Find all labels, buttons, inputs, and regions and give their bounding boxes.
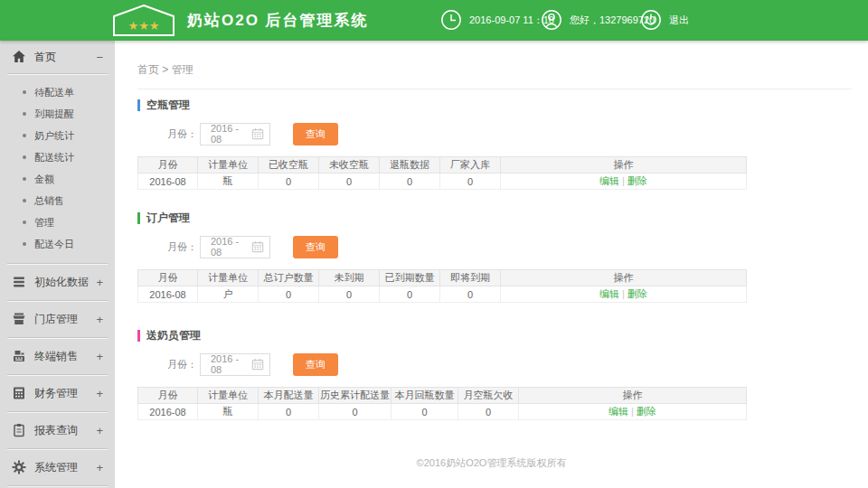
table-row: 2016-08 户 0 0 0 0 编辑|删除: [138, 286, 747, 303]
col-header: 月空瓶欠收: [458, 388, 519, 404]
section-title: 空瓶管理: [137, 98, 868, 113]
cell-value: 0: [440, 286, 501, 303]
month-picker-input[interactable]: 2016 - 08: [200, 353, 270, 376]
home-submenu: 待配送单 到期提醒 奶户统计 配送统计 金额 总销售 管理 配送今日: [0, 74, 115, 263]
finance-calculator-icon: [12, 386, 26, 400]
actions-cell: 编辑|删除: [519, 404, 747, 420]
section-title: 订户管理: [137, 211, 868, 226]
table-row: 2016-08 瓶 0 0 0 0 编辑|删除: [138, 174, 747, 190]
col-header: 本月回瓶数量: [392, 388, 458, 404]
link-separator: |: [631, 406, 634, 417]
cell-value: 0: [319, 286, 380, 303]
table-header-row: 月份 计量单位 本月配送量 历史累计配送量 本月回瓶数量 月空瓶欠收 操作: [138, 388, 747, 404]
edit-link[interactable]: 编辑: [609, 406, 628, 417]
sidebar-item-home[interactable]: 首页 −: [0, 41, 115, 73]
copyright-text: ©2016奶站O2O管理系统版权所有: [115, 456, 868, 470]
section-title-text: 空瓶管理: [146, 98, 190, 113]
col-header: 历史累计配送量: [319, 388, 392, 404]
col-header: 本月配送量: [259, 388, 319, 404]
delete-link[interactable]: 删除: [627, 175, 647, 186]
collapse-minus-icon[interactable]: −: [96, 51, 103, 64]
sidebar-item-finance-management[interactable]: 财务管理 +: [0, 375, 115, 411]
sidebar-group-label: 门店管理: [34, 312, 78, 327]
search-button[interactable]: 查询: [293, 236, 338, 258]
cell-value: 0: [440, 174, 501, 190]
sidebar-item-expiry-reminder[interactable]: 到期提醒: [0, 103, 115, 125]
table-header-row: 月份 计量单位 已收空瓶 未收空瓶 退瓶数据 厂家入库 操作: [138, 157, 747, 174]
expand-plus-icon[interactable]: +: [96, 387, 103, 400]
sidebar-item-total-sales[interactable]: 总销售: [0, 190, 115, 211]
sidebar-item-system-management[interactable]: 系统管理 +: [0, 449, 115, 485]
sidebar-item-delivery-stats[interactable]: 配送统计: [0, 146, 115, 168]
edit-link[interactable]: 编辑: [599, 288, 619, 299]
actions-cell: 编辑|删除: [501, 174, 747, 190]
delete-link[interactable]: 删除: [637, 406, 656, 417]
search-button[interactable]: 查询: [293, 123, 338, 145]
sidebar-subitem-label: 总销售: [34, 194, 64, 208]
sidebar-item-init-data[interactable]: 初始化数据 +: [0, 264, 115, 300]
section-title-text: 送奶员管理: [146, 328, 201, 343]
sidebar-item-pending-delivery[interactable]: 待配送单: [0, 81, 115, 103]
bullet-icon: [23, 112, 26, 116]
sidebar-subitem-label: 配送今日: [34, 238, 74, 251]
cell-unit: 户: [198, 286, 259, 303]
calendar-icon[interactable]: [251, 127, 264, 140]
month-picker-input[interactable]: 2016 - 08: [200, 236, 270, 258]
home-icon: [12, 50, 26, 64]
bullet-icon: [23, 134, 26, 137]
cell-value: 0: [458, 404, 519, 420]
calendar-icon[interactable]: [251, 240, 264, 253]
col-header: 月份: [138, 270, 198, 286]
month-picker-input[interactable]: 2016 - 08: [200, 123, 270, 145]
cell-value: 0: [380, 174, 440, 190]
logout-label: 退出: [669, 14, 689, 27]
calendar-icon[interactable]: [251, 358, 264, 371]
sidebar-item-management[interactable]: 管理: [0, 211, 115, 233]
sidebar-group-label: 报表查询: [34, 423, 78, 438]
app-title: 奶站O2O 后台管理系统: [187, 0, 369, 41]
delete-link[interactable]: 删除: [627, 288, 647, 299]
month-value: 2016 - 08: [201, 123, 251, 145]
col-header: 操作: [519, 388, 747, 404]
subscriber-table: 月份 计量单位 总订户数量 未到期 已到期数量 即将到期 操作 2016-08 …: [137, 269, 747, 303]
cell-value: 0: [319, 174, 380, 190]
col-header: 操作: [501, 270, 747, 286]
edit-link[interactable]: 编辑: [599, 175, 619, 186]
sidebar-item-report-query[interactable]: 报表查询 +: [0, 412, 115, 448]
cell-month: 2016-08: [138, 286, 198, 303]
cell-month: 2016-08: [138, 404, 198, 420]
cell-value: 0: [319, 404, 392, 420]
store-icon: [12, 312, 26, 326]
col-header: 未收空瓶: [319, 157, 380, 174]
search-button[interactable]: 查询: [293, 353, 338, 376]
expand-plus-icon[interactable]: +: [96, 350, 103, 363]
sidebar-subitem-label: 金额: [34, 173, 54, 186]
sidebar-group-label: 终端销售: [34, 349, 78, 364]
col-header: 月份: [138, 388, 198, 404]
col-header: 未到期: [319, 270, 380, 286]
sidebar-subitem-label: 奶户统计: [34, 129, 74, 143]
sidebar-item-terminal-sales[interactable]: 终端销售 +: [0, 338, 115, 374]
expand-plus-icon[interactable]: +: [96, 313, 103, 326]
bullet-icon: [23, 90, 26, 94]
header-datetime: 2016-09-07 11：10: [440, 0, 554, 41]
link-separator: |: [622, 175, 625, 186]
sidebar-group-label: 初始化数据: [34, 275, 89, 290]
breadcrumb[interactable]: 首页 > 管理: [137, 41, 852, 89]
cell-value: 0: [392, 404, 458, 420]
sidebar-item-milk-user-stats[interactable]: 奶户统计: [0, 125, 115, 146]
logout-button[interactable]: 退出: [640, 0, 689, 41]
cell-unit: 瓶: [198, 404, 259, 420]
sidebar-item-delivery-today[interactable]: 配送今日: [0, 233, 115, 255]
actions-cell: 编辑|删除: [501, 286, 747, 303]
milkman-table: 月份 计量单位 本月配送量 历史累计配送量 本月回瓶数量 月空瓶欠收 操作 20…: [137, 387, 747, 420]
sidebar-item-store-management[interactable]: 门店管理 +: [0, 301, 115, 337]
report-clipboard-icon: [12, 423, 26, 437]
sidebar-item-amount[interactable]: 金额: [0, 168, 115, 190]
expand-plus-icon[interactable]: +: [96, 424, 103, 437]
month-filter-form: 月份： 2016 - 08 查询: [167, 235, 868, 258]
expand-plus-icon[interactable]: +: [96, 276, 103, 289]
divider: [7, 485, 108, 486]
bullet-icon: [23, 242, 26, 246]
expand-plus-icon[interactable]: +: [96, 461, 103, 474]
